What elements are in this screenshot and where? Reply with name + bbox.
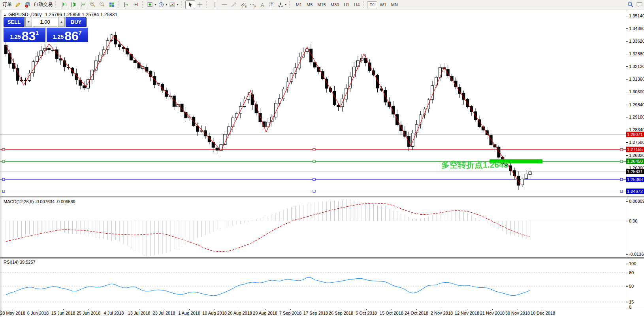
date-label: 29 Aug 2018 xyxy=(253,311,277,315)
sell-button[interactable]: SELL xyxy=(4,17,24,27)
macd-tick-label: -0.0136 xyxy=(629,252,644,257)
cursor-icon[interactable] xyxy=(185,0,195,9)
candle-body xyxy=(298,57,301,68)
candle-body xyxy=(474,112,477,120)
timeframe-M15[interactable]: M15 xyxy=(315,1,328,8)
candle-body xyxy=(294,68,297,73)
date-label: 21 Nov 2018 xyxy=(480,311,505,315)
candle-body xyxy=(83,86,86,88)
chevron-down-icon: ▼ xyxy=(176,3,179,6)
candle-body xyxy=(134,60,136,63)
date-label: 15 Jun 2018 xyxy=(51,311,75,315)
zoom-out-icon[interactable] xyxy=(98,1,107,9)
autotrading-robot-icon[interactable] xyxy=(23,1,32,9)
candle-body xyxy=(509,166,512,171)
volume-down-stepper[interactable]: ▼ xyxy=(25,17,32,27)
selection-handle[interactable] xyxy=(313,148,315,151)
price-level-label[interactable]: 1.24672 xyxy=(626,189,644,194)
line-chart-icon[interactable] xyxy=(79,1,88,9)
date-tick xyxy=(189,309,190,310)
templates-icon[interactable]: ▼ xyxy=(169,1,179,9)
buy-price-display[interactable]: 1.25 86 7 xyxy=(47,28,89,42)
trendline-tool-icon[interactable] xyxy=(230,1,239,9)
fibonacci-glyph: F xyxy=(254,5,256,8)
label-tool-icon[interactable]: T xyxy=(267,1,277,9)
periods-clock-icon[interactable]: ▼ xyxy=(158,1,168,9)
price-tick-label: 1.32120 xyxy=(629,64,644,69)
macd-panel[interactable] xyxy=(0,198,626,257)
selection-handle[interactable] xyxy=(620,148,623,151)
timeframe-H1[interactable]: H1 xyxy=(341,1,352,8)
channel-tool-icon[interactable]: E xyxy=(239,1,248,9)
selection-handle[interactable] xyxy=(2,190,5,192)
collapse-triangle-icon[interactable]: ▲ xyxy=(3,13,7,17)
buy-price-main: 86 xyxy=(64,31,79,41)
price-level-label[interactable]: 1.27155 xyxy=(626,147,644,152)
tile-windows-icon[interactable] xyxy=(107,1,116,9)
selection-handle[interactable] xyxy=(2,160,5,162)
new-order-icon[interactable] xyxy=(13,1,23,9)
timeframe-W1[interactable]: W1 xyxy=(377,1,389,8)
date-label: 13 Jul 2018 xyxy=(128,311,151,315)
bar-chart-icon[interactable] xyxy=(60,1,69,9)
date-label: 2 Nov 2018 xyxy=(431,311,453,315)
selection-handle[interactable] xyxy=(2,148,5,151)
timeframe-H4[interactable]: H4 xyxy=(352,1,362,8)
selection-handle[interactable] xyxy=(620,160,623,162)
auto-scroll-icon[interactable] xyxy=(122,1,131,9)
timeframe-M30[interactable]: M30 xyxy=(328,1,341,8)
sell-price-display[interactable]: 1.25 83 1 xyxy=(4,28,45,42)
selection-handle[interactable] xyxy=(620,178,623,181)
selection-handle[interactable] xyxy=(2,178,5,181)
selection-handle[interactable] xyxy=(620,190,623,192)
vertical-line-tool-icon[interactable] xyxy=(211,1,220,9)
buy-button[interactable]: BUY xyxy=(66,17,87,27)
toolbar-grip xyxy=(55,1,58,8)
autotrading-button[interactable]: 自动交易 xyxy=(32,1,54,8)
horizontal-line-tool-icon[interactable] xyxy=(220,1,229,9)
selection-handle[interactable] xyxy=(313,190,315,192)
search-icon[interactable] xyxy=(626,1,635,9)
date-tick xyxy=(265,309,266,310)
crosshair-icon[interactable] xyxy=(196,1,205,9)
orders-button[interactable]: 订单 xyxy=(1,1,13,8)
add-indicator-icon[interactable]: ▼ xyxy=(147,1,157,9)
date-label: 26 Sep 2018 xyxy=(329,311,353,315)
candle-body xyxy=(411,133,414,147)
text-tool-icon[interactable]: A xyxy=(258,1,267,9)
candle-body xyxy=(47,49,50,50)
timeframe-M1[interactable]: M1 xyxy=(294,1,304,8)
timeframe-D1[interactable]: D1 xyxy=(367,1,377,8)
date-tick xyxy=(467,309,467,310)
timeframe-M5[interactable]: M5 xyxy=(304,1,315,8)
price-level-label[interactable]: 1.28071 xyxy=(626,132,644,137)
volume-input[interactable] xyxy=(33,17,57,27)
volume-up-stepper[interactable]: ▲ xyxy=(58,17,65,27)
toolbar-right-group xyxy=(626,1,644,9)
toolbar-grip xyxy=(363,1,365,8)
candle-body xyxy=(235,113,238,118)
chart-shift-icon[interactable] xyxy=(132,1,141,9)
rsi-line xyxy=(6,277,530,296)
candle-body xyxy=(529,172,531,174)
candlestick-chart-icon[interactable] xyxy=(69,1,78,9)
date-tick xyxy=(290,309,291,310)
pivot-annotation[interactable]: 多空转折点1.2645 xyxy=(441,159,508,170)
date-tick xyxy=(316,309,316,310)
date-tick xyxy=(492,309,493,310)
date-label: 1 Aug 2018 xyxy=(178,311,200,315)
price-level-label[interactable]: 1.25368 xyxy=(626,177,644,182)
chat-icon[interactable] xyxy=(635,1,644,9)
rsi-tick xyxy=(626,302,628,302)
selection-handle[interactable] xyxy=(313,160,315,162)
selection-handle[interactable] xyxy=(313,178,315,181)
zoom-in-icon[interactable] xyxy=(88,1,97,9)
price-level-label[interactable]: 1.25831 xyxy=(626,169,644,174)
arrows-tool-icon[interactable]: ▼ xyxy=(277,1,288,9)
price-level-label[interactable]: 1.26450 xyxy=(626,158,644,164)
timeframe-group: M1M5M15M30H1H4D1W1MN xyxy=(294,1,400,8)
price-chart[interactable] xyxy=(0,10,626,197)
rsi-panel[interactable] xyxy=(0,259,626,309)
fibonacci-tool-icon[interactable]: F xyxy=(249,1,258,9)
timeframe-MN[interactable]: MN xyxy=(389,1,400,8)
